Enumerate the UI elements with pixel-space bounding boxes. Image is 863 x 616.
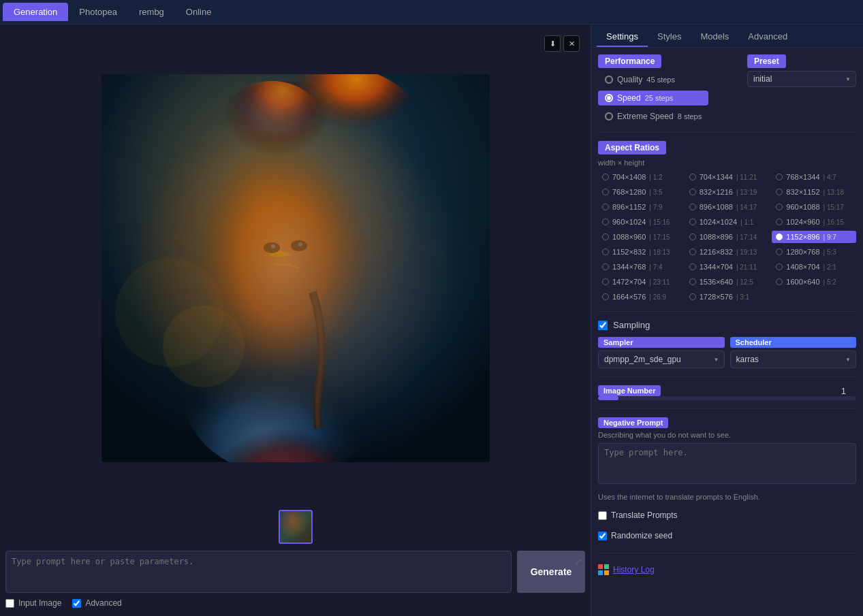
- scheduler-select[interactable]: karras normal simple ddim_uniform: [730, 351, 857, 368]
- sampler-select[interactable]: dpmpp_2m_sde_gpu euler euler_ancestral d…: [598, 351, 725, 368]
- aspect-1600x640[interactable]: 1600×640 | 5:2: [772, 276, 856, 288]
- preset-dropdown[interactable]: initial custom default: [747, 71, 856, 87]
- history-log-row[interactable]: History Log: [598, 562, 856, 578]
- aspect-dims: 1408×704: [786, 263, 819, 271]
- aspect-ratio: | 17:14: [736, 233, 757, 241]
- nav-tab-online[interactable]: Online: [175, 3, 223, 21]
- speed-label: Speed: [617, 93, 641, 103]
- aspect-1088x960[interactable]: 1088×960 | 17:15: [598, 231, 682, 243]
- nav-tab-rembg[interactable]: rembg: [128, 3, 175, 21]
- tab-advanced[interactable]: Advanced: [738, 27, 797, 47]
- aspect-1280x768[interactable]: 1280×768 | 5:3: [772, 246, 856, 258]
- aspect-dims: 1024×960: [786, 218, 819, 226]
- extreme-speed-option[interactable]: Extreme Speed 8 steps: [598, 109, 708, 124]
- advanced-checkbox[interactable]: [72, 599, 81, 608]
- preset-area: Preset initial custom default: [747, 54, 856, 87]
- input-image-option[interactable]: Input Image: [5, 598, 61, 608]
- image-number-row: Image Number: [598, 385, 856, 396]
- aspect-ratio: | 21:11: [736, 263, 757, 271]
- negative-prompt-description: Describing what you do not want to see.: [598, 431, 856, 439]
- aspect-1728x576[interactable]: 1728×576 | 3:1: [685, 291, 770, 303]
- tab-models[interactable]: Models: [691, 27, 738, 47]
- speed-option[interactable]: Speed 25 steps: [598, 91, 708, 106]
- svg-point-6: [197, 367, 374, 462]
- randomize-seed-row: Randomize seed: [598, 531, 856, 540]
- sampler-header: Sampler: [598, 337, 725, 348]
- thumbnail-image[interactable]: [279, 510, 313, 544]
- randomize-seed-label[interactable]: Randomize seed: [611, 531, 672, 540]
- aspect-dims: 960×1088: [786, 203, 819, 211]
- image-number-input[interactable]: [822, 386, 856, 396]
- aspect-ratio: | 16:15: [823, 218, 844, 226]
- aspect-704x1408[interactable]: 704×1408 | 1:2: [598, 171, 682, 183]
- aspect-ratio: | 3:5: [649, 189, 662, 196]
- resize-handle[interactable]: ⤢: [574, 556, 582, 567]
- aspect-ratio: | 17:15: [649, 233, 670, 241]
- aspect-dot: [689, 218, 696, 225]
- svg-point-4: [217, 81, 326, 176]
- aspect-dims: 704×1408: [612, 173, 646, 181]
- aspect-1152x896[interactable]: 1152×896 | 9:7: [772, 231, 856, 243]
- aspect-ratios-section: Aspect Ratios width × height 704×1408 | …: [598, 141, 856, 303]
- aspect-896x1152[interactable]: 896×1152 | 7:9: [598, 201, 682, 213]
- aspect-1024x1024[interactable]: 1024×1024 | 1:1: [685, 216, 770, 228]
- aspect-1152x832[interactable]: 1152×832 | 18:13: [598, 246, 682, 258]
- speed-radio-dot: [605, 94, 613, 102]
- aspect-ratio: | 15:16: [649, 218, 670, 226]
- aspect-1664x576[interactable]: 1664×576 | 26:9: [598, 291, 682, 303]
- advanced-option[interactable]: Advanced: [72, 598, 121, 608]
- sampler-select-wrapper: dpmpp_2m_sde_gpu euler euler_ancestral d…: [598, 351, 725, 368]
- aspect-704x1344[interactable]: 704×1344 | 11:21: [685, 171, 770, 183]
- sampling-checkbox[interactable]: [598, 321, 608, 330]
- aspect-ratio: | 11:21: [736, 174, 757, 181]
- aspect-1536x640[interactable]: 1536×640 | 12:5: [685, 276, 770, 288]
- negative-prompt-input[interactable]: [598, 443, 856, 484]
- nav-tab-photopea[interactable]: Photopea: [68, 3, 128, 21]
- aspect-768x1280[interactable]: 768×1280 | 3:5: [598, 186, 682, 198]
- performance-options: Performance Quality 45 steps Speed 25 st…: [598, 54, 708, 124]
- aspect-1344x704[interactable]: 1344×704 | 21:11: [685, 261, 770, 273]
- aspect-1344x768[interactable]: 1344×768 | 7:4: [598, 261, 682, 273]
- nav-tab-generation[interactable]: Generation: [3, 3, 68, 21]
- input-image-checkbox[interactable]: [5, 599, 14, 608]
- history-log-label[interactable]: History Log: [613, 565, 655, 574]
- aspect-1216x832[interactable]: 1216×832 | 19:13: [685, 246, 770, 258]
- aspect-768x1344[interactable]: 768×1344 | 4:7: [772, 171, 856, 183]
- aspect-960x1088[interactable]: 960×1088 | 15:17: [772, 201, 856, 213]
- tab-styles[interactable]: Styles: [648, 27, 691, 47]
- aspect-896x1088[interactable]: 896×1088 | 14:17: [685, 201, 770, 213]
- translate-prompts-label[interactable]: Translate Prompts: [611, 510, 678, 520]
- translate-prompts-checkbox[interactable]: [598, 511, 607, 520]
- dimension-label: width × height: [598, 159, 856, 167]
- divider-3: [598, 376, 856, 377]
- download-button[interactable]: ⬇: [544, 35, 561, 52]
- aspect-dot: [689, 278, 696, 285]
- aspect-1088x896[interactable]: 1088×896 | 17:14: [685, 231, 770, 243]
- randomize-seed-checkbox[interactable]: [598, 532, 607, 540]
- aspect-grid: 704×1408 | 1:2 704×1344 | 11:21 768×1344…: [598, 171, 856, 303]
- aspect-ratio: | 18:13: [649, 248, 670, 256]
- bottom-options: Input Image Advanced: [5, 596, 585, 611]
- history-icon-cell-2: [604, 564, 609, 569]
- aspect-832x1216[interactable]: 832×1216 | 13:19: [685, 186, 770, 198]
- aspect-ratio: | 19:13: [736, 248, 757, 256]
- aspect-ratio: | 5:3: [823, 248, 836, 256]
- aspect-ratio: | 5:2: [823, 278, 836, 286]
- aspect-ratio: | 9:7: [823, 233, 836, 241]
- aspect-960x1024[interactable]: 960×1024 | 15:16: [598, 216, 682, 228]
- prompt-input[interactable]: [5, 551, 512, 593]
- aspect-1472x704[interactable]: 1472×704 | 23:11: [598, 276, 682, 288]
- translate-prompts-row: Translate Prompts: [598, 510, 856, 520]
- aspect-1408x704[interactable]: 1408×704 | 2:1: [772, 261, 856, 273]
- aspect-dot: [776, 278, 783, 285]
- preset-header: Preset: [747, 54, 786, 68]
- aspect-832x1152[interactable]: 832×1152 | 13:18: [772, 186, 856, 198]
- aspect-dims: 1664×576: [612, 293, 646, 301]
- tab-settings[interactable]: Settings: [597, 27, 648, 47]
- aspect-1024x960[interactable]: 1024×960 | 16:15: [772, 216, 856, 228]
- negative-prompt-header: Negative Prompt: [598, 417, 668, 428]
- image-number-progress-bar[interactable]: [598, 396, 856, 400]
- aspect-ratio: | 2:1: [823, 263, 836, 271]
- quality-option[interactable]: Quality 45 steps: [598, 72, 708, 87]
- close-image-button[interactable]: ✕: [563, 35, 580, 52]
